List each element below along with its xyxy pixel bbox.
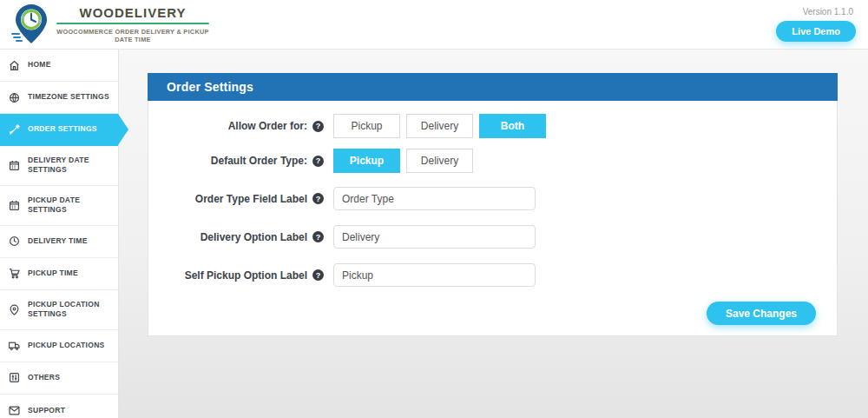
sidebar-item-label: ORDER SETTINGS xyxy=(28,124,97,134)
allow-order-delivery-button[interactable]: Delivery xyxy=(406,114,473,138)
help-icon[interactable] xyxy=(312,231,324,242)
self-pickup-option-label: Self Pickup Option Label xyxy=(185,269,307,282)
sidebar-item-order-settings[interactable]: ORDER SETTINGS xyxy=(0,114,118,146)
sidebar-item-label: DELIVERY DATE SETTINGS xyxy=(28,156,113,176)
clock-icon xyxy=(8,236,20,247)
sidebar-item-label: TIMEZONE SETTINGS xyxy=(28,92,109,102)
sidebar-item-pickup-location-settings[interactable]: PICKUP LOCATION SETTINGS xyxy=(0,290,118,330)
sidebar-item-others[interactable]: OTHERS xyxy=(0,362,118,395)
wrench-icon xyxy=(8,124,20,136)
sidebar-item-label: HOME xyxy=(28,60,51,70)
cart-icon xyxy=(8,268,20,279)
brand-title: WOODELIVERY xyxy=(56,5,209,20)
default-type-delivery-button[interactable]: Delivery xyxy=(406,149,473,173)
sidebar-item-label: PICKUP DATE SETTINGS xyxy=(28,196,113,216)
order-settings-panel: Order Settings Allow Order for: Pickup D… xyxy=(148,73,838,336)
brand-underline xyxy=(56,23,209,24)
help-icon[interactable] xyxy=(312,156,324,167)
default-order-type-label: Default Order Type: xyxy=(211,155,307,167)
allow-order-pickup-button[interactable]: Pickup xyxy=(333,114,400,138)
self-pickup-option-input[interactable] xyxy=(333,263,536,287)
brand-block: WOODELIVERY WOOCOMMERCE ORDER DELIVERY &… xyxy=(56,5,209,43)
delivery-option-input[interactable] xyxy=(333,225,536,249)
globe-icon xyxy=(8,92,20,103)
sliders-icon xyxy=(8,372,20,383)
self-pickup-option-label-row: Self Pickup Option Label xyxy=(169,263,816,287)
sidebar-item-delivery-time[interactable]: DELIVERY TIME xyxy=(0,226,118,258)
sidebar-item-pickup-date-settings[interactable]: PICKUP DATE SETTINGS xyxy=(0,186,118,226)
envelope-icon xyxy=(8,405,20,416)
default-type-pickup-button[interactable]: Pickup xyxy=(333,149,400,173)
default-order-type-row: Default Order Type: Pickup Delivery xyxy=(169,149,816,173)
allow-order-row: Allow Order for: Pickup Delivery Both xyxy=(169,114,816,138)
sidebar-item-timezone-settings[interactable]: TIMEZONE SETTINGS xyxy=(0,82,118,114)
delivery-option-label-row: Delivery Option Label xyxy=(169,225,816,249)
brand-subtitle: WOOCOMMERCE ORDER DELIVERY & PICKUP DATE… xyxy=(56,28,209,43)
sidebar-item-label: SUPPORT xyxy=(28,406,65,415)
sidebar-item-label: DELIVERY TIME xyxy=(28,236,88,246)
calendar-icon xyxy=(8,160,20,171)
help-icon[interactable] xyxy=(312,121,324,132)
sidebar-item-label: OTHERS xyxy=(28,373,60,382)
help-icon[interactable] xyxy=(312,269,324,281)
calendar-icon xyxy=(8,200,20,211)
save-changes-button[interactable]: Save Changes xyxy=(707,302,816,325)
allow-order-both-button[interactable]: Both xyxy=(479,114,546,138)
help-icon[interactable] xyxy=(312,193,324,204)
sidebar-item-pickup-time[interactable]: PICKUP TIME xyxy=(0,258,118,290)
main-content: Order Settings Allow Order for: Pickup D… xyxy=(119,50,868,418)
sidebar-item-label: PICKUP LOCATION SETTINGS xyxy=(28,300,113,320)
woodelivery-logo-icon xyxy=(8,3,53,45)
order-type-field-label-row: Order Type Field Label xyxy=(169,187,816,210)
map-marker-icon xyxy=(8,304,20,315)
panel-title: Order Settings xyxy=(148,73,838,101)
sidebar-item-delivery-date-settings[interactable]: DELIVERY DATE SETTINGS xyxy=(0,146,118,186)
home-icon xyxy=(8,60,20,71)
sidebar-item-label: PICKUP LOCATIONS xyxy=(28,341,105,350)
truck-icon xyxy=(8,340,20,351)
order-type-field-label: Order Type Field Label xyxy=(195,193,307,205)
allow-order-label: Allow Order for: xyxy=(228,120,307,132)
sidebar-item-home[interactable]: HOME xyxy=(0,50,118,82)
sidebar-item-support[interactable]: SUPPORT xyxy=(0,395,118,418)
app-header: WOODELIVERY WOOCOMMERCE ORDER DELIVERY &… xyxy=(0,0,868,50)
live-demo-button[interactable]: Live Demo xyxy=(776,21,856,42)
version-label: Version 1.1.0 xyxy=(776,7,853,17)
order-type-field-input[interactable] xyxy=(333,187,536,210)
sidebar-item-pickup-locations[interactable]: PICKUP LOCATIONS xyxy=(0,330,118,362)
sidebar-item-label: PICKUP TIME xyxy=(28,269,78,278)
sidebar-nav: HOME TIMEZONE SETTINGS ORDER SETTINGS xyxy=(0,50,119,418)
delivery-option-label: Delivery Option Label xyxy=(201,231,307,243)
